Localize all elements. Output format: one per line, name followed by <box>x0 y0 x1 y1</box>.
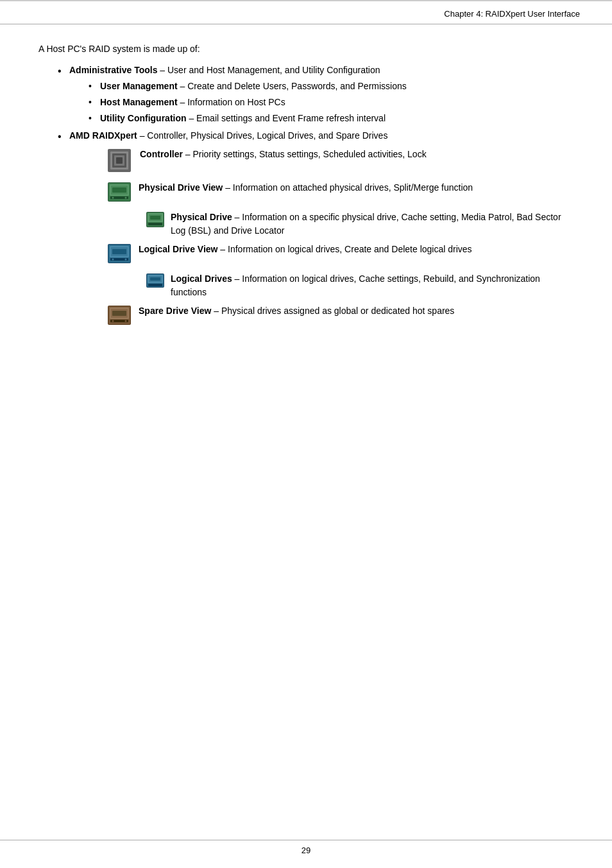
svg-rect-26 <box>112 249 126 254</box>
utility-config-bold: Utility Configuration <box>100 113 187 123</box>
logical-drive-view-text: Logical Drive View – Information on logi… <box>139 243 472 256</box>
svg-rect-32 <box>150 277 160 281</box>
page-footer: 29 <box>0 840 612 855</box>
svg-point-23 <box>112 259 114 261</box>
list-item-admin-tools: Administrative Tools – User and Host Man… <box>58 64 574 125</box>
physical-drive-view-rest: – Information on attached physical drive… <box>223 182 473 193</box>
spare-drive-view-icon-block: Spare Drive View – Physical drives assig… <box>108 304 574 329</box>
controller-text: Controller – Priority settings, Status s… <box>140 148 427 161</box>
svg-point-38 <box>125 320 127 322</box>
physical-drive-view-text: Physical Drive View – Information on att… <box>139 181 473 195</box>
physical-drive-view-bold: Physical Drive View <box>139 182 223 193</box>
admin-tools-rest: – User and Host Management, and Utility … <box>157 65 380 75</box>
physical-drive-view-icon-block: Physical Drive View – Information on att… <box>108 181 574 205</box>
amd-raidxpert-rest: – Controller, Physical Drives, Logical D… <box>137 130 388 141</box>
logical-drive-view-bold: Logical Drive View <box>139 244 217 254</box>
chapter-header: Chapter 4: RAIDXpert User Interface <box>0 1 612 24</box>
admin-tools-bold: Administrative Tools <box>69 65 157 75</box>
main-bullet-list: Administrative Tools – User and Host Man… <box>58 64 574 329</box>
content-area: A Host PC's RAID system is made up of: A… <box>0 36 612 358</box>
svg-point-10 <box>125 197 127 199</box>
host-mgmt-rest: – Information on Host PCs <box>178 97 285 107</box>
page-container: Chapter 4: RAIDXpert User Interface A Ho… <box>0 0 612 868</box>
utility-config-rest: – Email settings and Event Frame refresh… <box>187 113 386 123</box>
svg-point-37 <box>112 320 114 322</box>
user-mgmt-bold: User Management <box>100 81 178 91</box>
logical-drive-view-rest: – Information on logical drives, Create … <box>217 244 472 254</box>
svg-point-24 <box>125 259 127 261</box>
svg-rect-40 <box>112 311 126 316</box>
svg-rect-4 <box>116 157 123 164</box>
user-mgmt-rest: – Create and Delete Users, Passwords, an… <box>178 81 407 91</box>
physical-drive-icon <box>146 212 164 231</box>
physical-drive-bold: Physical Drive <box>171 212 232 222</box>
svg-rect-16 <box>148 223 162 225</box>
logical-drive-view-icon-block: Logical Drive View – Information on logi… <box>108 243 574 267</box>
chapter-title: Chapter 4: RAIDXpert User Interface <box>444 9 580 19</box>
physical-drive-view-icon <box>108 182 131 205</box>
controller-icon-block: Controller – Priority settings, Status s… <box>108 148 574 176</box>
logical-drives-icon-block: Logical Drives – Information on logical … <box>146 272 574 299</box>
controller-bold: Controller <box>140 149 183 159</box>
amd-raidxpert-bold: AMD RAIDXpert <box>69 130 137 141</box>
svg-rect-30 <box>148 284 162 286</box>
logical-drives-icon <box>146 273 164 291</box>
controller-rest: – Priority settings, Status settings, Sc… <box>183 149 427 159</box>
logical-drives-bold: Logical Drives <box>171 273 232 284</box>
list-item-host-mgmt: Host Management – Information on Host PC… <box>89 96 574 109</box>
spare-drive-view-icon <box>108 306 131 329</box>
list-item-user-mgmt: User Management – Create and Delete User… <box>89 80 574 93</box>
physical-drive-icon-block: Physical Drive – Information on a specif… <box>146 211 574 238</box>
page-number: 29 <box>302 846 310 855</box>
svg-rect-18 <box>150 216 160 220</box>
list-item-utility-config: Utility Configuration – Email settings a… <box>89 112 574 125</box>
controller-icon <box>108 149 131 176</box>
intro-text: A Host PC's RAID system is made up of: <box>38 42 574 56</box>
spare-drive-view-rest: – Physical drives assigned as global or … <box>211 306 454 316</box>
host-mgmt-bold: Host Management <box>100 97 178 107</box>
svg-rect-12 <box>112 187 126 193</box>
svg-point-9 <box>112 197 114 199</box>
spare-drive-view-text: Spare Drive View – Physical drives assig… <box>139 304 454 318</box>
physical-drive-text: Physical Drive – Information on a specif… <box>171 211 574 238</box>
spare-drive-view-bold: Spare Drive View <box>139 306 211 316</box>
sub-bullet-list-admin: User Management – Create and Delete User… <box>89 80 574 125</box>
logical-drives-text: Logical Drives – Information on logical … <box>171 272 574 299</box>
list-item-amd-raidxpert: AMD RAIDXpert – Controller, Physical Dri… <box>58 129 574 329</box>
logical-drive-view-icon <box>108 244 131 267</box>
